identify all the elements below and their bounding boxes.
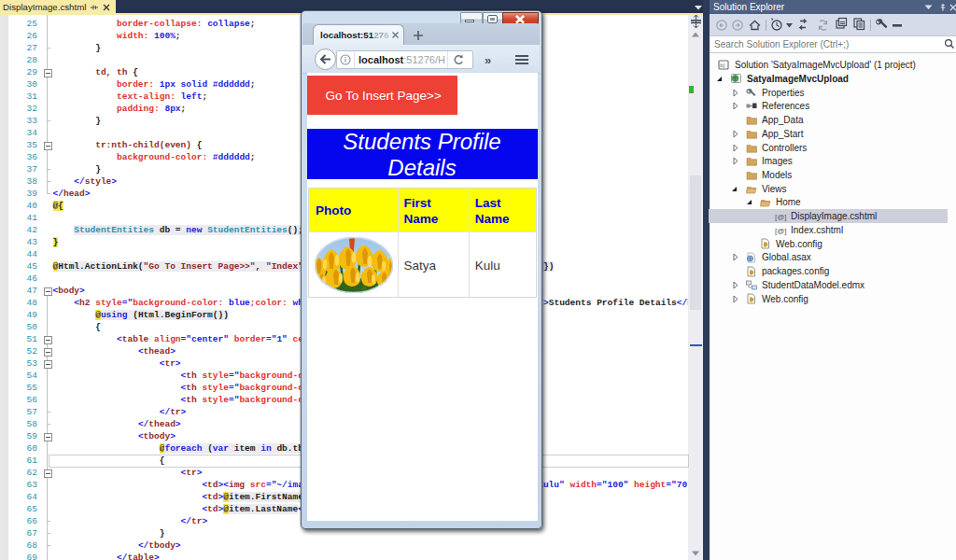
svg-text:[@]: [@] bbox=[775, 226, 787, 234]
svg-text:[@]: [@] bbox=[775, 213, 787, 221]
svg-text:b]: b] bbox=[720, 63, 724, 68]
